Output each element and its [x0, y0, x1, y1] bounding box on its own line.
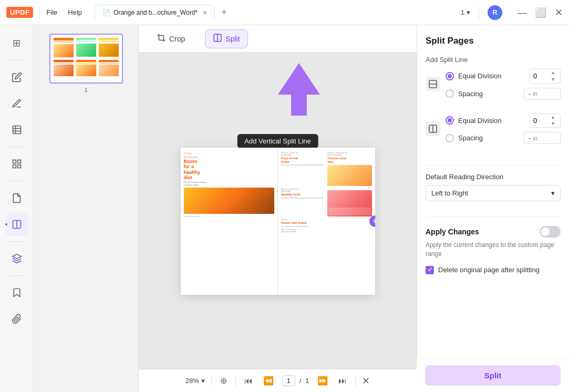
- vertical-equal-value[interactable]: 0: [530, 115, 549, 126]
- crop-button[interactable]: Crop: [149, 30, 192, 48]
- page-nav[interactable]: 1 ▾: [461, 8, 470, 16]
- crop-icon: [157, 33, 166, 45]
- thumbnail-wrapper[interactable]: [49, 34, 123, 84]
- nav-separator2: [355, 376, 356, 386]
- direction-label: Default Reading Direction: [426, 173, 561, 181]
- vertical-equal-label: Equal Division: [458, 117, 525, 125]
- first-page-button[interactable]: ⏮: [242, 375, 255, 387]
- sidebar-active-dot: [5, 223, 7, 225]
- right-panel: Split Pages Add Split Line Equal Divisio…: [417, 25, 569, 392]
- page-nav-arrow: ▾: [467, 8, 470, 16]
- svg-marker-13: [278, 63, 320, 116]
- vertical-split-row: Equal Division 0 ▲ ▼ Spacing: [426, 114, 561, 145]
- vertical-equal-down[interactable]: ▼: [549, 120, 557, 127]
- sidebar-item-bookmark[interactable]: [5, 281, 28, 304]
- window-controls: — ⬜ ✕: [517, 8, 563, 17]
- zoom-value: 28%: [185, 377, 199, 385]
- crop-label: Crop: [169, 35, 185, 43]
- sidebar-item-annotate[interactable]: [5, 92, 28, 115]
- vertical-equal-input[interactable]: 0 ▲ ▼: [529, 114, 561, 128]
- apply-changes-toggle[interactable]: [540, 226, 561, 238]
- sidebar-sep-2: [9, 147, 25, 147]
- bottom-toolbar: 28% ▾ ⊕ ⏮ ⏪ 1 / 1 ⏩ ⏭ ✕: [139, 369, 417, 392]
- vertical-radio-group: Equal Division 0 ▲ ▼ Spacing: [446, 114, 561, 145]
- svg-rect-0: [13, 126, 20, 134]
- sidebar-item-extract[interactable]: [5, 187, 28, 210]
- vertical-equal-up[interactable]: ▲: [549, 114, 557, 121]
- zoom-control[interactable]: 28% ▾: [185, 377, 205, 385]
- sidebar-item-organize[interactable]: [5, 152, 28, 176]
- apply-changes-row: Apply Changes: [426, 226, 561, 238]
- tooltip-container: Add Vertical Split Line: [237, 134, 318, 148]
- toolbar: Crop Split: [139, 25, 417, 53]
- vertical-equal-radio[interactable]: [446, 116, 454, 125]
- horizontal-equal-up[interactable]: ▲: [549, 69, 557, 76]
- horizontal-split-icon: [426, 77, 440, 91]
- horizontal-equal-input[interactable]: 0 ▲ ▼: [529, 69, 561, 84]
- minimize-button[interactable]: —: [517, 8, 526, 17]
- vertical-equal-division-row: Equal Division 0 ▲ ▼: [446, 114, 561, 128]
- apply-changes-description: Apply the current changes to the custom …: [426, 241, 561, 259]
- split-button[interactable]: Split: [205, 29, 247, 48]
- prev-page-button[interactable]: ⏪: [261, 375, 276, 387]
- sidebar-sep-4: [9, 241, 25, 242]
- panel-title: Split Pages: [426, 36, 561, 46]
- vertical-spacing-radio[interactable]: [446, 134, 454, 142]
- horizontal-split-row: Equal Division 0 ▲ ▼ Spacing: [426, 69, 561, 100]
- sidebar-item-form[interactable]: [5, 118, 28, 141]
- updf-logo: UPDF: [6, 7, 33, 18]
- horizontal-equal-down[interactable]: ▼: [549, 76, 557, 83]
- last-page-button[interactable]: ⏭: [336, 375, 349, 387]
- current-page-box[interactable]: 1: [282, 375, 295, 386]
- titlebar-divider2: [479, 6, 479, 19]
- thumbnail-image: [50, 35, 122, 82]
- horizontal-spacing-radio[interactable]: [446, 89, 454, 98]
- horizontal-equal-label: Equal Division: [458, 72, 525, 80]
- vertical-spacing-value[interactable]: - in: [524, 132, 561, 144]
- svg-marker-10: [12, 254, 21, 259]
- horizontal-equal-division-row: Equal Division 0 ▲ ▼: [446, 69, 561, 84]
- menu-help[interactable]: Help: [68, 8, 82, 16]
- maximize-button[interactable]: ⬜: [535, 8, 546, 17]
- horizontal-radio-group: Equal Division 0 ▲ ▼ Spacing: [446, 69, 561, 100]
- delete-original-checkbox[interactable]: [426, 266, 434, 274]
- active-tab[interactable]: 📄 Orange and b...ochure_Word* ×: [95, 5, 215, 20]
- horizontal-equal-arrows: ▲ ▼: [549, 69, 557, 83]
- close-toolbar-button[interactable]: ✕: [362, 375, 370, 387]
- titlebar-right: 1 ▾ R — ⬜ ✕: [461, 5, 563, 20]
- sidebar-item-split[interactable]: [5, 213, 28, 236]
- direction-select[interactable]: Left to Right ▾: [426, 185, 561, 201]
- tab-doc-icon: 📄: [102, 9, 110, 16]
- zoom-in-button[interactable]: ⊕: [218, 375, 229, 387]
- close-button[interactable]: ✕: [555, 8, 563, 17]
- sidebar-item-edit[interactable]: [5, 66, 28, 89]
- horizontal-equal-value[interactable]: 0: [530, 70, 549, 81]
- nav-separator: [235, 376, 236, 386]
- zoom-separator: [211, 376, 212, 386]
- doc-viewer: Add Vertical Split Line + Rosaline Activ…: [139, 53, 417, 369]
- horizontal-equal-radio[interactable]: [446, 72, 454, 80]
- tab-add-button[interactable]: +: [217, 7, 231, 18]
- next-page-button[interactable]: ⏩: [315, 375, 330, 387]
- sidebar-item-layers[interactable]: [5, 247, 28, 270]
- sidebar-item-pages[interactable]: ⊞: [5, 32, 28, 55]
- sidebar-sep-5: [9, 275, 25, 276]
- horizontal-split-section: Equal Division 0 ▲ ▼ Spacing: [426, 69, 561, 104]
- vertical-spacing-number: -: [529, 134, 531, 142]
- panel-separator-1: [426, 165, 561, 166]
- thumbnail-panel: 1: [34, 25, 139, 392]
- main-area: ⊞: [0, 25, 569, 392]
- horizontal-spacing-value[interactable]: - in: [524, 88, 561, 100]
- split-action-button[interactable]: Split: [425, 365, 561, 386]
- vertical-spacing-unit: in: [533, 135, 537, 141]
- split-footer: Split: [417, 358, 569, 392]
- tab-close-button[interactable]: ×: [203, 8, 207, 17]
- toggle-knob: [541, 228, 550, 236]
- menu-file[interactable]: File: [46, 8, 57, 16]
- split-label: Split: [225, 35, 240, 43]
- sidebar-item-attach[interactable]: [5, 307, 28, 331]
- apply-changes-label: Apply Changes: [426, 228, 479, 236]
- delete-original-label: Delete original page after splitting: [438, 266, 540, 274]
- page-number: 1: [461, 8, 464, 16]
- horizontal-spacing-label: Spacing: [458, 90, 520, 98]
